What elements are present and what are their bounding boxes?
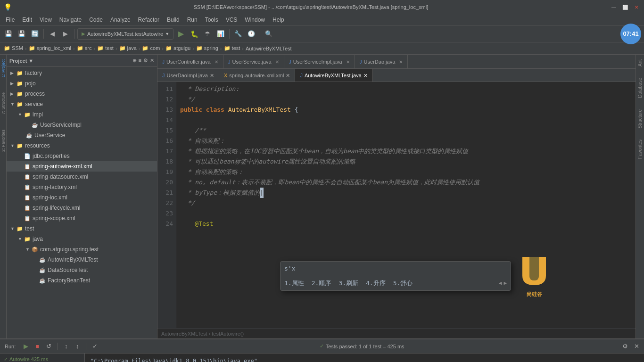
tree-item-ioc-xml[interactable]: 📋 spring-ioc.xml [7, 192, 157, 203]
run-sort-btn[interactable]: ↕ [61, 342, 71, 351]
tree-item-factory[interactable]: ▶ 📁 factory [7, 68, 157, 78]
menu-help[interactable]: Help [269, 16, 288, 24]
navcrumb-src[interactable]: 📁 src [77, 45, 92, 51]
left-tab-project[interactable]: 1: Project [0, 57, 7, 80]
run-button[interactable]: ▶ [175, 28, 187, 40]
tree-item-jdbc-props[interactable]: 📄 jdbc.properties [7, 151, 157, 161]
left-tab-favorites[interactable]: 2: Favorites [0, 127, 7, 155]
ac-item-4[interactable]: 4.升序 [366, 278, 386, 288]
back-button[interactable]: ◀ [47, 28, 58, 40]
menu-refactor[interactable]: Refactor [134, 16, 163, 24]
ac-item-2[interactable]: 2.顺序 [312, 278, 331, 288]
breadcrumb-method[interactable]: testAutowire() [212, 331, 244, 337]
tree-item-factory-xml[interactable]: 📋 spring-factory.xml [7, 182, 157, 192]
project-locate-icon[interactable]: ⊕ [132, 58, 137, 64]
tree-item-autowire-test[interactable]: ☕ AutowireByXMLTest [7, 255, 157, 265]
right-tab-database[interactable]: Database [636, 75, 644, 101]
tab-userdaoimpl[interactable]: J UserDaoImpl.java ✕ [157, 69, 219, 82]
tree-item-process[interactable]: ▶ 📁 process [7, 89, 157, 99]
menu-tools[interactable]: Tools [201, 16, 222, 24]
tree-item-resources[interactable]: ▼ 📁 resources [7, 140, 157, 151]
tree-item-impl[interactable]: ▼ 📁 impl [7, 109, 157, 120]
tab-userdaoimpl-close[interactable]: ✕ [210, 73, 214, 79]
tree-item-datasource-xml[interactable]: 📋 spring-datasource.xml [7, 172, 157, 182]
tree-item-autowire-xml[interactable]: 📋 spring-autowire-xml.xml [7, 161, 157, 172]
tab-spring-autowire-xml[interactable]: X spring-autowire-xml.xml ✕ [219, 69, 295, 82]
navcrumb-test[interactable]: 📁 test [97, 45, 114, 51]
bottom-settings-btn[interactable]: ⚙ [620, 342, 630, 351]
navcrumb-atguigu[interactable]: 📁 atguigu [165, 45, 190, 51]
right-tab-favorites[interactable]: Favorites [636, 137, 644, 162]
tab-userserviceimpl[interactable]: J UserServiceImpl.java ✕ [284, 55, 355, 68]
menu-window[interactable]: Window [241, 16, 269, 24]
find-button[interactable]: 🔍 [263, 28, 274, 40]
history-button[interactable]: 🕐 [246, 28, 257, 40]
navcrumb-spring[interactable]: 📁 spring [196, 45, 218, 51]
coverage-button[interactable]: ☂ [202, 28, 213, 40]
tab-userdao-close[interactable]: ✕ [399, 59, 403, 65]
tab-usercontroller-close[interactable]: ✕ [215, 59, 218, 65]
project-collapse-icon[interactable]: ≡ [139, 58, 141, 64]
menu-analyze[interactable]: Analyze [107, 16, 134, 24]
left-tab-structure[interactable]: 7: Structure [0, 90, 7, 117]
maximize-button[interactable]: ⬜ [621, 3, 629, 11]
menu-build[interactable]: Build [163, 16, 183, 24]
menu-edit[interactable]: Edit [18, 16, 36, 24]
tab-spring-autowire-xml-close[interactable]: ✕ [286, 73, 290, 79]
tree-item-userserviceimpl[interactable]: ☕ UserServiceImpl [7, 120, 157, 130]
navcrumb-ssm[interactable]: 📁 SSM [4, 45, 23, 51]
forward-button[interactable]: ▶ [60, 28, 71, 40]
tree-item-lifecycle-xml[interactable]: 📋 spring-lifecycle.xml [7, 203, 157, 213]
menu-file[interactable]: File [2, 16, 18, 24]
menu-vcs[interactable]: VCS [222, 16, 241, 24]
run-stop-btn[interactable]: ■ [33, 342, 42, 351]
ac-item-5[interactable]: 5.舒心 [393, 278, 413, 288]
tree-item-userservice[interactable]: ☕ UserService [7, 130, 157, 140]
run-item-autowire[interactable]: ✓ Autowire 425 ms [2, 355, 83, 362]
code-content[interactable]: * Description: */ public class AutowireB… [176, 82, 636, 328]
tree-item-com-pkg[interactable]: ▼ 📦 com.atguigu.spring.test [7, 244, 157, 255]
project-settings-icon[interactable]: ⚙ [143, 58, 148, 64]
tab-userservice-close[interactable]: ✕ [275, 59, 279, 65]
tree-item-scope-xml[interactable]: 📋 spring-scope.xml [7, 213, 157, 223]
profile-button[interactable]: 📊 [215, 28, 226, 40]
save-button[interactable]: 💾 [3, 28, 14, 40]
run-rerun-btn[interactable]: ▶ [21, 342, 31, 351]
save-all-button[interactable]: 💾 [16, 28, 27, 40]
ac-prev-arrow[interactable]: ◀ [499, 278, 502, 288]
run-filter-btn[interactable]: ✓ [90, 342, 99, 351]
tab-userserviceimpl-close[interactable]: ✕ [346, 59, 350, 65]
debug-button[interactable]: 🐛 [189, 28, 200, 40]
sync-button[interactable]: 🔄 [29, 28, 41, 40]
tree-item-java-folder[interactable]: ▼ 📁 java [7, 234, 157, 244]
right-tab-ant[interactable]: Ant [636, 57, 644, 69]
menu-run[interactable]: Run [183, 16, 201, 24]
code-area[interactable]: 11 12 13 14 15 16 17 18 19 20 21 22 23 2… [157, 82, 636, 328]
tab-autowire-test-close[interactable]: ✕ [363, 73, 368, 79]
ac-item-1[interactable]: 1.属性 [284, 278, 304, 288]
tab-autowire-test[interactable]: J AutowireByXMLTest.java ✕ [295, 69, 372, 82]
run-config-dropdown[interactable]: ▶ AutowireByXMLTest.testAutowire ▼ [77, 28, 173, 40]
menu-view[interactable]: View [36, 16, 56, 24]
tree-item-datasource-test[interactable]: ☕ DataSourceTest [7, 265, 157, 275]
project-close-icon[interactable]: ✕ [150, 58, 154, 64]
tab-userdao[interactable]: J UserDao.java ✕ [355, 55, 408, 68]
tab-userservice[interactable]: J UserService.java ✕ [223, 55, 284, 68]
tree-item-factorybean-test[interactable]: ☕ FactoryBeanTest [7, 275, 157, 286]
navcrumb-java[interactable]: 📁 java [119, 45, 137, 51]
run-sort2-btn[interactable]: ↕ [73, 342, 82, 351]
navcrumb-com[interactable]: 📁 com [142, 45, 160, 51]
ac-next-arrow[interactable]: ▶ [504, 278, 507, 288]
ac-item-3[interactable]: 3.刷新 [339, 278, 358, 288]
tree-item-service[interactable]: ▼ 📁 service [7, 99, 157, 109]
menu-code[interactable]: Code [85, 16, 107, 24]
vcs-button[interactable]: 🔧 [232, 28, 244, 40]
navcrumb-class[interactable]: AutowireByXMLTest [246, 46, 292, 51]
navcrumb-module[interactable]: 📁 spring_ioc_xml [29, 45, 71, 51]
tree-item-pojo[interactable]: ▶ 📁 pojo [7, 78, 157, 89]
bottom-close-btn[interactable]: ✕ [632, 342, 641, 351]
tab-usercontroller[interactable]: J UserController.java ✕ [157, 55, 223, 68]
run-rerun2-btn[interactable]: ↺ [44, 342, 53, 351]
close-button[interactable]: ✕ [633, 3, 640, 11]
right-tab-structure[interactable]: Structure [636, 107, 644, 132]
